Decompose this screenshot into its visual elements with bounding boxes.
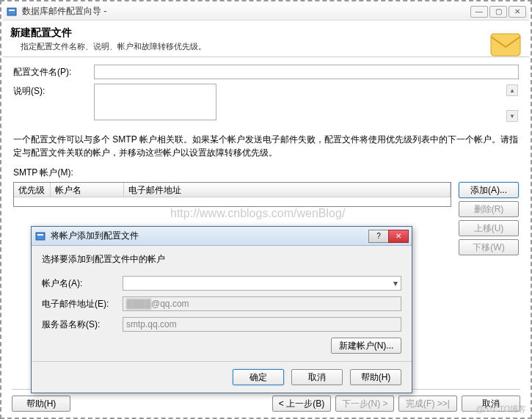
profile-name-label: 配置文件名(P): (13, 65, 94, 79)
svg-rect-2 (491, 34, 520, 56)
add-account-dialog: 将帐户添加到配置文件 ? ✕ 选择要添加到配置文件中的帐户 帐户名(A): 电子… (31, 226, 412, 393)
server-name-label: 服务器名称(S): (42, 318, 123, 331)
svg-rect-4 (37, 234, 43, 236)
column-email[interactable]: 电子邮件地址 (124, 183, 451, 197)
profile-name-input[interactable] (94, 65, 519, 79)
dialog-cancel-button[interactable]: 取消 (291, 369, 343, 385)
svg-rect-1 (9, 10, 15, 11)
wizard-header: 新建配置文件 指定配置文件名称、说明、帐户和故障转移优先级。 (3, 21, 529, 57)
info-text: 一个配置文件可以与多个 SMTP 帐户相关联。如果某个帐户发送电子邮件失败，配置… (13, 133, 519, 159)
close-button[interactable]: ✕ (509, 6, 526, 18)
add-button[interactable]: 添加(A)... (459, 182, 519, 198)
smtp-accounts-label: SMTP 帐户(M): (13, 167, 519, 179)
minimize-button[interactable]: — (470, 6, 488, 18)
page-title: 新建配置文件 (10, 26, 522, 40)
ok-button[interactable]: 确定 (233, 369, 284, 385)
header-mail-icon (488, 26, 523, 62)
dialog-close-button[interactable]: ✕ (388, 230, 409, 243)
description-textarea[interactable] (94, 84, 216, 120)
main-window-title: 数据库邮件配置向导 - (22, 5, 470, 18)
dialog-help-button[interactable]: ? (368, 230, 389, 243)
page-subtitle: 指定配置文件名称、说明、帐户和故障转移优先级。 (10, 41, 522, 52)
email-address-label: 电子邮件地址(E): (42, 298, 123, 310)
svg-rect-3 (36, 233, 45, 240)
column-account-name[interactable]: 帐户名 (51, 183, 124, 197)
remove-button[interactable]: 删除(R) (459, 201, 519, 217)
description-label: 说明(S): (13, 84, 94, 98)
server-name-field: smtp.qq.com (123, 317, 401, 332)
column-priority[interactable]: 优先级 (14, 183, 51, 197)
dialog-help-button-footer[interactable]: 帮助(H) (350, 369, 401, 385)
move-up-button[interactable]: 上移(U) (459, 220, 519, 236)
smtp-accounts-table[interactable]: 优先级 帐户名 电子邮件地址 (13, 182, 451, 207)
email-address-field: ████@qq.com (123, 296, 401, 311)
account-name-label: 帐户名(A): (42, 277, 123, 290)
new-account-button[interactable]: 新建帐户(N)... (331, 338, 401, 354)
finish-button[interactable]: 完成(F) >>| (398, 396, 457, 412)
main-titlebar: 数据库邮件配置向导 - — ▢ ✕ (3, 3, 529, 21)
scroll-up-icon[interactable]: ▲ (506, 84, 518, 96)
corner-watermark: @51CTO博客 (476, 404, 526, 415)
window-controls: — ▢ ✕ (470, 6, 526, 18)
help-button[interactable]: 帮助(H) (12, 396, 70, 412)
account-name-combo[interactable] (123, 276, 401, 291)
app-icon (6, 6, 18, 18)
dialog-instruction: 选择要添加到配置文件中的帐户 (42, 253, 401, 266)
next-button[interactable]: 下一步(N) > (335, 396, 394, 412)
scroll-down-icon[interactable]: ▼ (506, 110, 518, 122)
dialog-title: 将帐户添加到配置文件 (51, 230, 369, 242)
svg-rect-0 (7, 8, 16, 15)
dialog-titlebar: 将帐户添加到配置文件 ? ✕ (32, 227, 412, 246)
dialog-app-icon (34, 230, 46, 242)
back-button[interactable]: < 上一步(B) (272, 396, 331, 412)
maximize-button[interactable]: ▢ (489, 6, 507, 18)
move-down-button[interactable]: 下移(W) (459, 239, 519, 255)
